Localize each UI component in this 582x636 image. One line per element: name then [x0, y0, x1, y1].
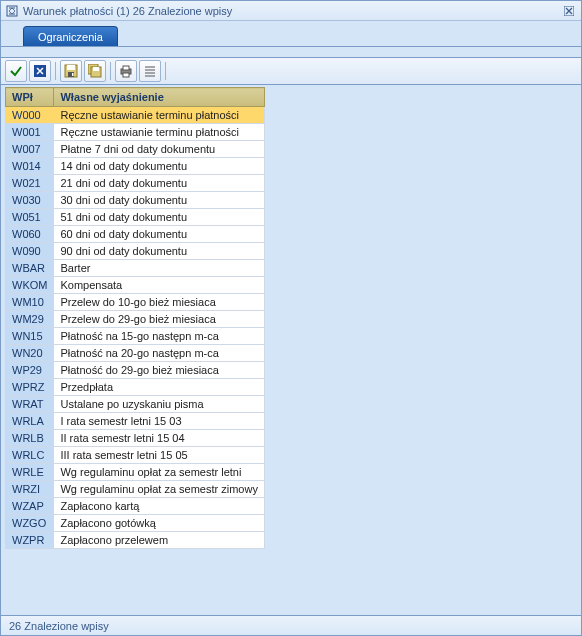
cell-desc: Kompensata: [54, 277, 264, 294]
table-row[interactable]: WRZIWg regulaminu opłat za semestr zimow…: [6, 481, 265, 498]
table-row[interactable]: W001Ręczne ustawianie terminu płatności: [6, 124, 265, 141]
table-row[interactable]: WKOMKompensata: [6, 277, 265, 294]
cell-desc: Zapłacono gotówką: [54, 515, 264, 532]
content-area[interactable]: WPł Własne wyjaśnienie W000Ręczne ustawi…: [1, 85, 581, 615]
table-row[interactable]: W03030 dni od daty dokumentu: [6, 192, 265, 209]
cell-desc: Przelew do 29-go bież miesiaca: [54, 311, 264, 328]
cancel-icon: [33, 64, 47, 78]
cell-code: W014: [6, 158, 54, 175]
cancel-button[interactable]: [29, 60, 51, 82]
cell-code: WRLB: [6, 430, 54, 447]
status-text: 26 Znalezione wpisy: [9, 620, 109, 632]
table-row[interactable]: WP29Płatność do 29-go bież miesiaca: [6, 362, 265, 379]
cell-desc: Ustalane po uzyskaniu pisma: [54, 396, 264, 413]
cell-desc: Przedpłata: [54, 379, 264, 396]
check-icon: [9, 64, 23, 78]
cell-code: WKOM: [6, 277, 54, 294]
cell-desc: Zapłacono przelewem: [54, 532, 264, 549]
floppy-icon: [64, 64, 78, 78]
table-row[interactable]: W06060 dni od daty dokumentu: [6, 226, 265, 243]
settings-button[interactable]: [139, 60, 161, 82]
cell-code: W030: [6, 192, 54, 209]
close-button[interactable]: [561, 4, 577, 18]
table-row[interactable]: WRLEWg regulaminu opłat za semestr letni: [6, 464, 265, 481]
cell-desc: 90 dni od daty dokumentu: [54, 243, 264, 260]
print-button[interactable]: [115, 60, 137, 82]
cell-desc: Płatne 7 dni od daty dokumentu: [54, 141, 264, 158]
cell-code: W051: [6, 209, 54, 226]
table-row[interactable]: WBARBarter: [6, 260, 265, 277]
table-row[interactable]: WRLCIII rata semestr letni 15 05: [6, 447, 265, 464]
cell-code: W001: [6, 124, 54, 141]
cell-desc: III rata semestr letni 15 05: [54, 447, 264, 464]
svg-rect-11: [123, 66, 129, 70]
dialog-window: Warunek płatności (1) 26 Znalezione wpis…: [0, 0, 582, 636]
cell-desc: Płatność na 20-go następn m-ca: [54, 345, 264, 362]
cell-desc: Barter: [54, 260, 264, 277]
cell-code: WZGO: [6, 515, 54, 532]
tab-label: Ograniczenia: [38, 31, 103, 43]
svg-rect-12: [123, 73, 129, 77]
table-row[interactable]: WRLBII rata semestr letni 15 04: [6, 430, 265, 447]
toolbar-separator: [110, 62, 111, 80]
toolbar-separator: [165, 62, 166, 80]
toolbar: [1, 58, 581, 84]
cell-code: WN15: [6, 328, 54, 345]
table-row[interactable]: WM29Przelew do 29-go bież miesiaca: [6, 311, 265, 328]
cell-code: WRAT: [6, 396, 54, 413]
cell-desc: Ręczne ustawianie terminu płatności: [54, 107, 264, 124]
toolbar-container: [1, 57, 581, 85]
table-row[interactable]: WZPRZapłacono przelewem: [6, 532, 265, 549]
spacer: [1, 47, 581, 57]
table-row[interactable]: WPRZPrzedpłata: [6, 379, 265, 396]
toolbar-separator: [55, 62, 56, 80]
statusbar: 26 Znalezione wpisy: [1, 615, 581, 635]
table-row[interactable]: W01414 dni od daty dokumentu: [6, 158, 265, 175]
cell-code: WBAR: [6, 260, 54, 277]
window-title: Warunek płatności (1) 26 Znalezione wpis…: [23, 5, 561, 17]
print-icon: [119, 64, 133, 78]
cell-code: WN20: [6, 345, 54, 362]
svg-rect-9: [93, 67, 99, 71]
table-row[interactable]: W000Ręczne ustawianie terminu płatności: [6, 107, 265, 124]
cell-desc: 51 dni od daty dokumentu: [54, 209, 264, 226]
save-button[interactable]: [60, 60, 82, 82]
col-header-code[interactable]: WPł: [6, 88, 54, 107]
cell-code: WZPR: [6, 532, 54, 549]
tab-restrictions[interactable]: Ograniczenia: [23, 26, 118, 46]
cell-desc: Ręczne ustawianie terminu płatności: [54, 124, 264, 141]
cell-desc: Płatność do 29-go bież miesiaca: [54, 362, 264, 379]
cell-code: W000: [6, 107, 54, 124]
floppy-stack-icon: [88, 64, 102, 78]
col-header-desc[interactable]: Własne wyjaśnienie: [54, 88, 264, 107]
table-row[interactable]: W09090 dni od daty dokumentu: [6, 243, 265, 260]
svg-rect-6: [72, 73, 74, 76]
cell-code: WZAP: [6, 498, 54, 515]
cell-desc: II rata semestr letni 15 04: [54, 430, 264, 447]
cell-code: W090: [6, 243, 54, 260]
cell-desc: Zapłacono kartą: [54, 498, 264, 515]
cell-code: WP29: [6, 362, 54, 379]
cell-code: WPRZ: [6, 379, 54, 396]
cell-code: WRZI: [6, 481, 54, 498]
cell-code: WM10: [6, 294, 54, 311]
table-row[interactable]: WZGOZapłacono gotówką: [6, 515, 265, 532]
table-row[interactable]: W007Płatne 7 dni od daty dokumentu: [6, 141, 265, 158]
save-as-button[interactable]: [84, 60, 106, 82]
cell-desc: 60 dni od daty dokumentu: [54, 226, 264, 243]
table-row[interactable]: WM10Przelew do 10-go bież miesiaca: [6, 294, 265, 311]
table-row[interactable]: WN20Płatność na 20-go następn m-ca: [6, 345, 265, 362]
table-row[interactable]: WRLAI rata semestr letni 15 03: [6, 413, 265, 430]
svg-rect-4: [67, 65, 75, 70]
table-row[interactable]: WN15Płatność na 15-go następn m-ca: [6, 328, 265, 345]
table-row[interactable]: WZAPZapłacono kartą: [6, 498, 265, 515]
cell-code: WRLE: [6, 464, 54, 481]
accept-button[interactable]: [5, 60, 27, 82]
table-row[interactable]: W02121 dni od daty dokumentu: [6, 175, 265, 192]
cell-desc: Płatność na 15-go następn m-ca: [54, 328, 264, 345]
cell-desc: Wg regulaminu opłat za semestr letni: [54, 464, 264, 481]
table-row[interactable]: W05151 dni od daty dokumentu: [6, 209, 265, 226]
table-row[interactable]: WRATUstalane po uzyskaniu pisma: [6, 396, 265, 413]
cell-code: W007: [6, 141, 54, 158]
cell-desc: Przelew do 10-go bież miesiaca: [54, 294, 264, 311]
